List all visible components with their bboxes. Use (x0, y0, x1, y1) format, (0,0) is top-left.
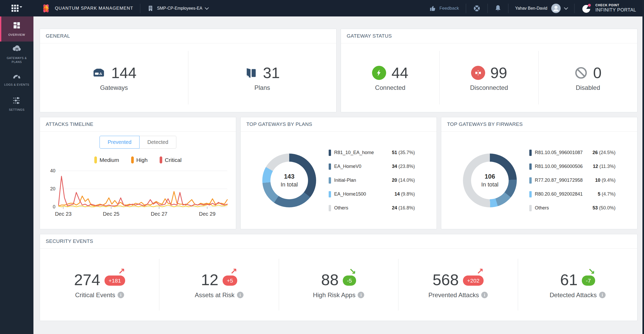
firwares-total-value: 106 (485, 173, 495, 180)
firwares-donut-chart: 106 In total (463, 154, 517, 207)
medium-legend-label: Medium (100, 157, 119, 163)
tenant-selector[interactable]: SMP-CP-Employees-EA (147, 5, 208, 12)
header-divider (140, 4, 140, 13)
header-left: QUANTUM SPARK MANAGEMENT SMP-CP-Employee… (0, 0, 208, 16)
stat-detected-attacks: 61 ↘ -7 Detected Attacks i (518, 259, 637, 311)
notifications-button[interactable] (495, 4, 501, 12)
critical-legend-label: Critical (165, 157, 182, 163)
card-security-title: SECURITY EVENTS (40, 234, 637, 249)
disabled-count: 0 (593, 64, 601, 81)
scrollbar[interactable] (642, 0, 644, 334)
stat-disabled: 0 Disabled (538, 51, 637, 104)
card-gateway-status: GATEWAY STATUS 44 Connected (341, 29, 637, 112)
user-name: Yahav Ben-David (515, 6, 547, 11)
gateway-appliance-icon (91, 66, 106, 79)
high-risk-apps-label: High Risk Apps (313, 291, 356, 299)
legend-row: R77.20.87_990172958 10 (9.4%) (529, 177, 616, 184)
card-plans-body: 143 In total R81_10_EA_home 51 (35.7%) (241, 132, 437, 229)
header-divider (574, 4, 575, 13)
row-bottom: SECURITY EVENTS 274 ↗ +181 Critical Even… (40, 234, 637, 321)
legend-row: Others 53 (50.0%) (529, 205, 616, 211)
delta-badge: +181 (105, 276, 125, 286)
detected-attacks-label: Detected Attacks (550, 291, 597, 299)
sidebar-item-label: SETTINGS (9, 108, 25, 112)
header-divider (508, 4, 508, 13)
connected-lightning-icon (372, 66, 386, 80)
card-top-gateways-firwares: TOP GATEWAYS BY FIRWARES 106 In total R8… (441, 117, 637, 229)
plans-total-label: In total (281, 181, 298, 188)
disabled-label: Disabled (576, 84, 600, 91)
sidebar-item-logs-events[interactable]: LOGS & EVENTS (0, 67, 33, 92)
trend-up-icon: ↗ (230, 267, 237, 276)
sidebar-item-gateways-plans[interactable]: GATEWAYS & PLANS (0, 42, 33, 67)
critical-events-label: Critical Events (75, 291, 115, 299)
header-divider (488, 4, 488, 13)
legend-marker (529, 205, 532, 211)
card-firwares-title: TOP GATEWAYS BY FIRWARES (441, 117, 637, 132)
delta-badge: +5 (223, 276, 237, 286)
sidebar-item-overview[interactable]: OVERVIEW (0, 16, 33, 42)
feedback-button[interactable]: Feedback (430, 5, 459, 12)
brand-line1: CHECK POINT (595, 4, 636, 7)
sliders-icon (13, 97, 21, 104)
svg-text:Dec 27: Dec 27 (151, 211, 167, 217)
app-launcher-button[interactable] (0, 5, 33, 12)
trend-down-icon: ↘ (349, 267, 356, 276)
legend-marker (529, 163, 532, 170)
tab-prevented[interactable]: Prevented (100, 136, 140, 149)
check-point-logo-icon (581, 3, 592, 14)
attacks-mode-tabs: Prevented Detected (100, 136, 176, 149)
info-icon[interactable]: i (358, 292, 364, 298)
critical-legend-marker (160, 156, 162, 163)
info-icon[interactable]: i (237, 292, 243, 298)
legend-row: EA_HomeV0 34 (23.8%) (329, 163, 415, 170)
legend-marker (529, 150, 532, 156)
gauge-icon (12, 72, 21, 79)
row-middle: ATTACKS TIMELINE Prevented Detected Medi… (40, 117, 637, 229)
plans-donut-chart: 143 In total (262, 154, 316, 207)
tenant-name: SMP-CP-Employees-EA (157, 6, 202, 11)
infinity-portal-brand: CHECK POINT INFINITY PORTAL (581, 3, 636, 14)
svg-text:Dec 29: Dec 29 (199, 211, 215, 217)
card-gateway-status-title: GATEWAY STATUS (341, 29, 637, 43)
legend-marker (329, 163, 331, 170)
row-top: GENERAL (40, 29, 637, 112)
legend-marker (329, 191, 331, 197)
legend-row: R81.10.05_996001087 26 (24.5%) (529, 150, 616, 156)
card-attacks-timeline: ATTACKS TIMELINE Prevented Detected Medi… (40, 117, 236, 229)
high-risk-apps-value: 88 (321, 271, 339, 289)
brand-line2: INFINITY PORTAL (595, 7, 636, 13)
app-root: QUANTUM SPARK MANAGEMENT SMP-CP-Employee… (0, 0, 644, 334)
delta-badge: -7 (582, 276, 595, 286)
sidebar-item-settings[interactable]: SETTINGS (0, 92, 33, 117)
card-attacks-title: ATTACKS TIMELINE (40, 117, 236, 132)
header-right: Feedback (430, 3, 636, 14)
stat-plans: 31 Plans (188, 51, 336, 104)
card-security-body: 274 ↗ +181 Critical Events i (40, 249, 637, 321)
bell-icon (495, 4, 501, 12)
plans-donut-center: 143 In total (270, 162, 308, 199)
svg-text:40: 40 (50, 168, 55, 173)
disconnected-label: Disconnected (470, 84, 508, 91)
avatar (551, 3, 561, 13)
timeline-legend: Medium High Critical (94, 156, 182, 163)
quantum-spark-logo-icon (41, 3, 51, 14)
legend-item-critical: Critical (160, 156, 182, 163)
legend-marker (529, 191, 532, 197)
svg-text:0: 0 (53, 204, 55, 209)
user-menu[interactable]: Yahav Ben-David (515, 3, 567, 13)
legend-row: R81_10_EA_home 51 (35.7%) (329, 150, 415, 156)
tab-detected[interactable]: Detected (139, 136, 176, 149)
info-icon[interactable]: i (118, 292, 124, 298)
info-icon[interactable]: i (481, 292, 488, 298)
trend-up-icon: ↗ (477, 267, 484, 276)
stat-prevented-attacks: 568 ↗ +202 Prevented Attacks i (398, 259, 518, 311)
caret-down-icon (20, 6, 22, 8)
card-plans-title: TOP GATEWAYS BY PLANS (241, 117, 437, 132)
info-icon[interactable]: i (599, 292, 606, 298)
high-legend-label: High (136, 157, 148, 163)
connected-count: 44 (391, 64, 408, 81)
legend-marker (329, 177, 331, 184)
help-button[interactable] (473, 4, 481, 12)
header-divider (466, 4, 466, 13)
